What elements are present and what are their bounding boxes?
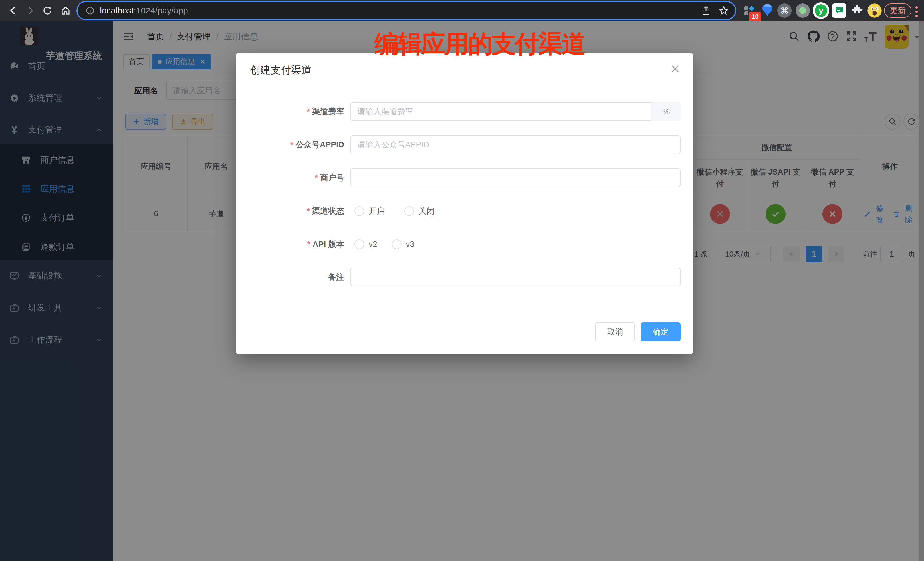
chrome-update-button[interactable]: 更新	[884, 3, 912, 18]
radio-status-open-label[interactable]: 开启	[369, 206, 385, 217]
merchant-label: 商户号	[320, 172, 344, 183]
api-radio-group: v2 v3	[354, 235, 414, 254]
extension-record-icon[interactable]	[796, 3, 810, 18]
status-label: 渠道状态	[312, 206, 344, 217]
rate-label-wrap: * 渠道费率	[236, 102, 344, 121]
site-info-icon[interactable]	[86, 6, 95, 15]
dialog-close-icon[interactable]	[670, 63, 681, 74]
extension-chat-icon[interactable]	[832, 3, 846, 18]
merchant-label-wrap: * 商户号	[236, 168, 344, 187]
address-bar[interactable]: localhost:1024/pay/app	[78, 2, 735, 19]
radio-api-v3-label[interactable]: v3	[406, 240, 415, 249]
annotation-text: 编辑应用的支付渠道	[374, 27, 585, 61]
bookmark-star-icon[interactable]	[718, 5, 729, 16]
required-asterisk: *	[308, 240, 310, 249]
url-host: localhost	[100, 6, 134, 15]
browser-toolbar: localhost:1024/pay/app 10 ⌘ y 更新	[0, 0, 924, 21]
confirm-button[interactable]: 确定	[640, 322, 681, 341]
extension-command-icon[interactable]: ⌘	[777, 3, 792, 18]
required-asterisk: *	[315, 173, 318, 182]
remark-label: 备注	[328, 272, 344, 282]
share-icon[interactable]	[701, 5, 711, 16]
status-radio-group: 开启 关闭	[354, 202, 435, 220]
extension-balloon-icon[interactable]	[761, 3, 774, 18]
api-label: API 版本	[313, 239, 344, 250]
create-pay-channel-dialog: 创建支付渠道 * 渠道费率 % * 公众号APPID * 商户号 * 渠道状态 …	[236, 53, 693, 354]
chrome-update-label: 更新	[890, 5, 906, 16]
browser-back-icon[interactable]	[8, 5, 18, 16]
extensions-puzzle-icon[interactable]	[851, 4, 864, 16]
appid-input[interactable]	[350, 135, 681, 154]
profile-avatar-icon[interactable]	[867, 3, 882, 18]
remark-input[interactable]	[350, 268, 681, 286]
appid-label: 公众号APPID	[296, 139, 344, 150]
extension-y-icon[interactable]: y	[813, 2, 829, 19]
radio-api-v3[interactable]	[392, 239, 402, 249]
cancel-button[interactable]: 取消	[595, 322, 635, 341]
extension-badge: 10	[749, 12, 761, 21]
appid-label-wrap: * 公众号APPID	[236, 135, 344, 154]
radio-api-v2-label[interactable]: v2	[369, 240, 377, 249]
extension-tag-icon[interactable]: 10	[742, 4, 756, 18]
dialog-title: 创建支付渠道	[250, 63, 312, 77]
url-path: :1024/pay/app	[134, 6, 188, 15]
status-label-wrap: * 渠道状态	[236, 202, 344, 220]
required-asterisk: *	[291, 140, 294, 149]
required-asterisk: *	[307, 207, 310, 216]
radio-api-v2[interactable]	[354, 239, 364, 249]
rate-input[interactable]	[350, 102, 681, 121]
rate-label: 渠道费率	[312, 106, 344, 117]
url-text: localhost:1024/pay/app	[100, 6, 188, 15]
rate-append-percent: %	[651, 102, 681, 121]
browser-home-icon[interactable]	[60, 5, 71, 16]
browser-reload-icon[interactable]	[42, 5, 52, 16]
remark-label-wrap: 备注	[236, 268, 344, 286]
radio-status-closed-label[interactable]: 关闭	[418, 206, 435, 217]
radio-status-closed[interactable]	[404, 206, 414, 216]
radio-status-open[interactable]	[354, 206, 364, 216]
browser-forward-icon[interactable]	[25, 5, 35, 16]
merchant-input[interactable]	[350, 168, 681, 187]
chrome-menu-icon[interactable]	[915, 6, 918, 17]
required-asterisk: *	[307, 107, 310, 116]
api-label-wrap: * API 版本	[236, 235, 344, 254]
